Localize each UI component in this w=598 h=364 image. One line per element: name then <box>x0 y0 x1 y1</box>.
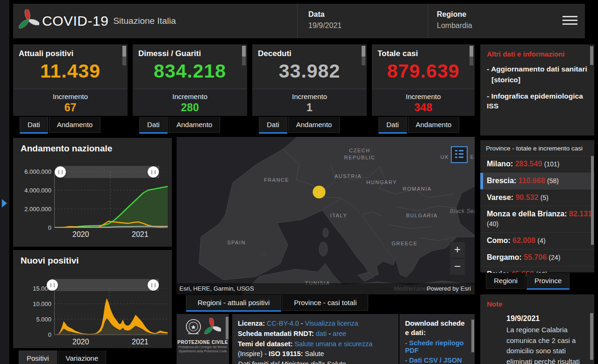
card-tabs: Dati Andamento <box>259 117 341 134</box>
province-row-como[interactable]: Como: 62.008 (4) <box>480 232 594 249</box>
license-link[interactable]: CC-BY-4.0 <box>267 320 299 327</box>
footer-org-line2: Dipartimento della Protezione Civile <box>177 349 229 353</box>
attribution-sources: Esri, HERE, Garmin, USGS <box>179 285 254 292</box>
positivi-variazione-tabs: Positivi Variazione <box>19 350 107 364</box>
dati-link[interactable]: dati <box>316 330 327 337</box>
y-tick: 4.000.000 <box>16 187 51 194</box>
province-row-monza[interactable]: Monza e della Brianza: 82.131 (40) <box>480 206 594 232</box>
card-scrollbar[interactable] <box>242 46 246 65</box>
tab-andamento[interactable]: Andamento <box>288 117 340 133</box>
y-tick: 10.000 <box>16 300 51 307</box>
time-slider-handle-left[interactable] <box>47 279 58 291</box>
link-storico[interactable]: [storico] <box>487 75 588 85</box>
map-attribution: Esri, HERE, Garmin, USGS Powered by Esri <box>177 283 475 294</box>
zoom-out-button[interactable]: − <box>450 259 465 275</box>
ukraine-label-fragment: UK <box>441 154 449 160</box>
card-dimessi-guariti: Dimessi / Guariti 834.218 Incremento 280 <box>133 44 247 116</box>
download-csv-json-link[interactable]: - Dati CSV / JSON <box>405 357 469 364</box>
map-layer-tabs: Regioni - attuali positivi Province - ca… <box>186 295 369 312</box>
tab-province-casi-totali[interactable]: Province - casi totali <box>282 295 368 311</box>
x-tick: 2021 <box>132 230 149 239</box>
card-attuali-positivi: Attuali positivi 11.439 Incremento 67 <box>13 44 128 116</box>
province-name: Brescia: <box>487 177 516 185</box>
ukraine-label-fragment: E <box>470 154 475 160</box>
tab-dati[interactable]: Dati <box>378 117 407 134</box>
tab-dati[interactable]: Dati <box>259 117 287 134</box>
andamento-nazionale-panel: Andamento nazionale 6.000.000 4.000.000 … <box>13 138 172 247</box>
footer-logo-panel: ★ PROTEZIONE CIVILE Presidenza del Consi… <box>177 314 229 364</box>
zoom-in-button[interactable]: + <box>450 242 465 258</box>
salute-umana-link[interactable]: Salute umana e sicurezza <box>294 340 372 348</box>
bulgaria-label: BULGARIA <box>406 213 438 218</box>
tab-regioni[interactable]: Regioni <box>486 273 526 289</box>
tab-positivi[interactable]: Positivi <box>19 350 57 364</box>
license-line: Licenza: CC-BY-4.0 - Visualizza licenza <box>238 319 393 329</box>
chart-plot-area[interactable] <box>54 171 168 228</box>
link-infografica-iss[interactable]: - Infografica epidemiologica ISS <box>487 92 588 111</box>
card-scrollbar[interactable] <box>470 46 473 65</box>
legend-button[interactable] <box>451 146 468 163</box>
province-name: Bergamo: <box>487 253 522 261</box>
link-aggiornamento-dati[interactable]: - Aggiornamento dati sanitari <box>487 64 588 74</box>
province-row-milano[interactable]: Milano: 283.549 (101) <box>480 156 594 172</box>
tab-andamento[interactable]: Andamento <box>49 117 101 133</box>
time-slider-handle-left[interactable] <box>55 166 66 178</box>
tab-dati[interactable]: Dati <box>139 117 168 134</box>
tab-dati[interactable]: Dati <box>20 117 48 134</box>
europe-map[interactable]: CZECH REPUBLIC FRANCE AUSTRIA HUNGARY RO… <box>177 137 475 294</box>
tab-andamento[interactable]: Andamento <box>408 117 460 133</box>
expand-panel-arrow[interactable] <box>2 199 7 207</box>
province-row-varese[interactable]: Varese: 90.532 (5) <box>480 189 594 206</box>
time-slider-handle-right[interactable] <box>148 166 159 178</box>
menu-icon[interactable] <box>562 16 577 26</box>
province-row-brescia[interactable]: Brescia: 110.668 (58) <box>480 172 594 189</box>
tab-regioni-attuali-positivi[interactable]: Regioni - attuali positivi <box>186 295 281 312</box>
province-panel-title: Province - totale e incremento casi <box>480 140 594 156</box>
y-tick: 6.000.000 <box>16 168 51 175</box>
footer-logos: ★ <box>177 318 229 338</box>
altri-dati-title: Altri dati e informazioni <box>487 50 588 58</box>
x-tick: 2020 <box>72 338 89 346</box>
province-row-bergamo[interactable]: Bergamo: 55.706 (24) <box>480 249 594 266</box>
data-source-line: Dati forniti dal Ministero della Salute <box>238 359 393 364</box>
province-increment: (4) <box>538 237 546 244</box>
chart-plot-area[interactable] <box>54 288 168 335</box>
province-increment: (5) <box>541 194 548 201</box>
card-tabs: Dati Andamento <box>139 117 221 134</box>
card-totale-casi: Totale casi 879.639 Incremento 348 <box>372 44 475 116</box>
nuovi-positivi-panel: Nuovi positivi 15.000 10.000 5.000 0 202… <box>13 250 172 348</box>
scrollbar[interactable] <box>590 313 593 360</box>
scrollbar[interactable] <box>590 46 593 65</box>
austria-label: AUSTRIA <box>335 173 362 179</box>
time-slider-track[interactable] <box>57 166 159 178</box>
chart-title: Nuovi positivi <box>13 250 172 266</box>
time-slider-track[interactable] <box>50 279 159 291</box>
license-label: Licenza: <box>238 320 265 327</box>
download-pdf-link[interactable]: - Schede riepilogo PDF <box>405 339 469 354</box>
scrollbar[interactable] <box>226 317 228 339</box>
scrollbar[interactable] <box>471 320 474 352</box>
france-label: FRANCE <box>264 177 289 183</box>
lombardia-marker[interactable] <box>313 186 326 199</box>
view-license-link[interactable]: Visualizza licenza <box>305 320 358 327</box>
data-value: 19/9/2021 <box>308 21 342 30</box>
time-slider-handle-right[interactable] <box>148 279 159 291</box>
tab-variazione[interactable]: Variazione <box>58 350 107 364</box>
x-tick: 2021 <box>132 338 149 346</box>
card-scrollbar[interactable] <box>122 46 126 65</box>
card-tabs: Dati Andamento <box>20 117 101 134</box>
scrollbar[interactable] <box>591 156 594 245</box>
card-scrollbar[interactable] <box>362 46 365 65</box>
hungary-label: HUNGARY <box>366 179 397 185</box>
temi-label: Temi del dataset: <box>238 340 292 348</box>
aree-link[interactable]: aree <box>333 330 346 337</box>
tab-province[interactable]: Province <box>527 273 570 290</box>
covid-dashboard: COVID-19 Situazione Italia Data 19/9/202… <box>0 0 598 364</box>
province-total: 90.532 <box>515 193 538 201</box>
tab-andamento[interactable]: Andamento <box>169 117 221 133</box>
y-tick: 2.000.000 <box>16 206 51 213</box>
card-deceduti: Deceduti 33.982 Incremento 1 <box>252 44 367 116</box>
czech-label: CZECH <box>349 148 370 153</box>
increment-value: 280 <box>133 101 247 114</box>
note-title: Note <box>487 300 588 308</box>
